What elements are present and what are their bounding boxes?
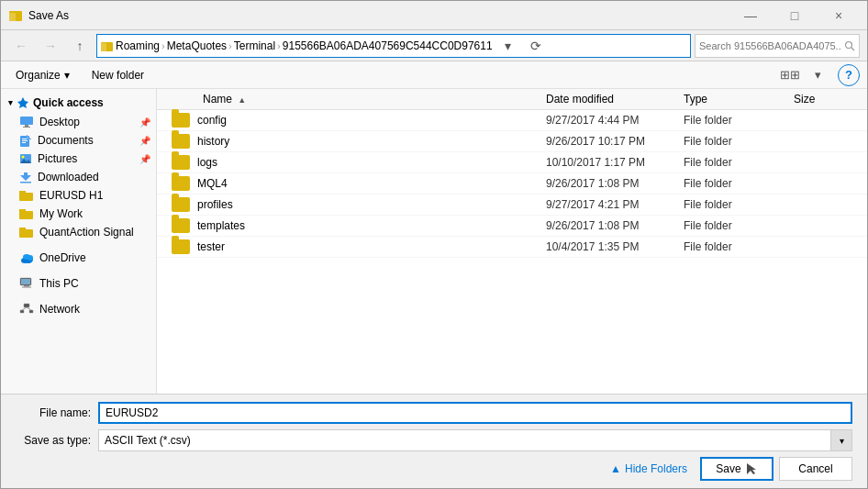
sidebar-item-onedrive[interactable]: OneDrive	[1, 249, 156, 267]
up-button[interactable]: ↑	[67, 34, 93, 58]
file-row-mql4[interactable]: MQL4 9/26/2017 1:08 PM File folder	[157, 173, 867, 194]
folder-icon-mql4	[172, 176, 190, 191]
bottom-section: File name: Save as type: ASCII Text (*.c…	[1, 394, 867, 488]
hide-folders-label: Hide Folders	[625, 462, 687, 475]
close-button[interactable]: ×	[818, 1, 860, 30]
sidebar-item-eurusd[interactable]: EURUSD H1	[1, 186, 156, 205]
sidebar-item-mywork[interactable]: My Work	[1, 205, 156, 223]
folder-icon-history	[172, 134, 190, 149]
file-list-header: Name ▲ Date modified Type Size	[157, 89, 867, 110]
sidebar-sep-2	[1, 267, 156, 274]
sidebar-label-thispc: This PC	[39, 277, 79, 290]
svg-rect-29	[21, 279, 30, 284]
sort-arrow: ▲	[238, 95, 246, 105]
folder-icon-logs	[172, 155, 190, 170]
file-type-tester: File folder	[684, 240, 794, 253]
organize-button[interactable]: Organize ▾	[8, 64, 77, 86]
sidebar-item-pictures[interactable]: Pictures 📌	[1, 150, 156, 168]
titlebar-title: Save As	[28, 9, 729, 22]
svg-point-27	[28, 255, 33, 261]
svg-line-35	[22, 307, 27, 310]
back-button[interactable]: ←	[8, 34, 34, 58]
file-row-profiles[interactable]: profiles 9/27/2017 4:21 PM File folder	[157, 194, 867, 216]
organize-toolbar: Organize ▾ New folder ⊞⊞ ▾ ?	[1, 61, 867, 89]
svg-rect-30	[24, 285, 29, 287]
pin-icon-desktop: 📌	[139, 117, 150, 128]
forward-button[interactable]: →	[38, 34, 63, 58]
svg-point-4	[846, 41, 852, 48]
col-header-size[interactable]: Size	[794, 93, 867, 106]
refresh-button[interactable]: ⟳	[524, 35, 548, 57]
svg-rect-3	[101, 43, 106, 51]
address-bar[interactable]: Roaming › MetaQuotes › Terminal › 915566…	[96, 34, 691, 58]
sidebar-item-thispc[interactable]: This PC	[1, 274, 156, 293]
view-dropdown-button[interactable]: ▾	[805, 64, 830, 86]
svg-rect-13	[22, 142, 26, 143]
svg-marker-37	[747, 463, 756, 474]
quick-access-label: Quick access	[33, 96, 104, 109]
svg-rect-8	[25, 125, 28, 127]
file-name-templates: templates	[197, 219, 245, 232]
svg-point-15	[22, 156, 25, 159]
sidebar-label-downloaded: Downloaded	[38, 171, 99, 183]
sidebar-label-onedrive: OneDrive	[39, 251, 86, 264]
pin-icon-pictures: 📌	[139, 154, 150, 164]
file-name-mql4: MQL4	[197, 177, 228, 190]
address-dropdown-button[interactable]: ▾	[496, 35, 520, 57]
file-row-logs[interactable]: logs 10/10/2017 1:17 PM File folder	[157, 152, 867, 173]
crumb-sep-3: ›	[277, 40, 281, 51]
crumb-metaquotes: MetaQuotes	[167, 39, 227, 52]
sidebar: ▾ Quick access Desktop 📌	[1, 89, 157, 394]
svg-rect-34	[29, 310, 33, 313]
sidebar-item-network[interactable]: Network	[1, 300, 156, 318]
file-type-mql4: File folder	[684, 177, 794, 190]
file-date-history: 9/26/2017 10:17 PM	[546, 135, 684, 148]
quick-access-header[interactable]: ▾ Quick access	[1, 93, 156, 113]
mywork-folder-icon	[19, 207, 34, 220]
titlebar-controls: — □ ×	[729, 1, 860, 30]
maximize-button[interactable]: □	[773, 1, 816, 30]
savetype-row: Save as type: ASCII Text (*.csv) ▾	[16, 429, 852, 451]
col-header-type[interactable]: Type	[684, 93, 794, 106]
svg-rect-32	[24, 304, 29, 307]
search-input[interactable]	[699, 40, 840, 51]
sidebar-item-desktop[interactable]: Desktop 📌	[1, 113, 156, 131]
view-controls: ⊞⊞ ▾	[777, 64, 830, 86]
sidebar-item-quantaction[interactable]: QuantAction Signal	[1, 223, 156, 241]
hide-folders-toggle[interactable]: ▲ Hide Folders	[603, 459, 695, 479]
col-header-date[interactable]: Date modified	[546, 93, 684, 106]
navigation-toolbar: ← → ↑ Roaming › MetaQuotes › Terminal › …	[1, 30, 867, 61]
file-name-tester: tester	[197, 240, 225, 253]
filename-label: File name:	[16, 406, 98, 419]
folder-breadcrumb-icon	[101, 39, 114, 52]
file-row-templates[interactable]: templates 9/26/2017 1:08 PM File folder	[157, 216, 867, 237]
save-button[interactable]: Save	[700, 457, 773, 481]
minimize-button[interactable]: —	[729, 1, 772, 30]
help-button[interactable]: ?	[838, 64, 860, 86]
svg-rect-1	[9, 13, 16, 21]
documents-icon	[19, 134, 32, 147]
cancel-button[interactable]: Cancel	[779, 457, 852, 481]
sidebar-item-documents[interactable]: Documents 📌	[1, 131, 156, 150]
hide-folders-chevron: ▲	[610, 462, 621, 475]
svg-rect-9	[23, 127, 30, 128]
file-date-mql4: 9/26/2017 1:08 PM	[546, 177, 684, 190]
titlebar: Save As — □ ×	[1, 1, 867, 30]
file-date-templates: 9/26/2017 1:08 PM	[546, 219, 684, 232]
new-folder-button[interactable]: New folder	[84, 64, 151, 86]
file-date-config: 9/27/2017 4:44 PM	[546, 114, 684, 127]
sidebar-label-quantaction: QuantAction Signal	[39, 226, 134, 239]
col-header-name[interactable]: Name ▲	[157, 93, 546, 106]
svg-marker-6	[17, 97, 28, 108]
sidebar-item-downloaded[interactable]: Downloaded	[1, 168, 156, 186]
file-row-history[interactable]: history 9/26/2017 10:17 PM File folder	[157, 131, 867, 152]
cursor-icon	[745, 462, 758, 475]
search-box[interactable]	[695, 34, 860, 58]
file-row-config[interactable]: config 9/27/2017 4:44 PM File folder	[157, 110, 867, 131]
view-layout-button[interactable]: ⊞⊞	[777, 64, 803, 86]
savetype-select[interactable]: ASCII Text (*.csv)	[98, 429, 852, 451]
organize-arrow: ▾	[64, 69, 70, 82]
filename-input[interactable]	[98, 402, 852, 424]
sidebar-label-documents: Documents	[38, 134, 94, 147]
file-row-tester[interactable]: tester 10/4/2017 1:35 PM File folder	[157, 237, 867, 258]
